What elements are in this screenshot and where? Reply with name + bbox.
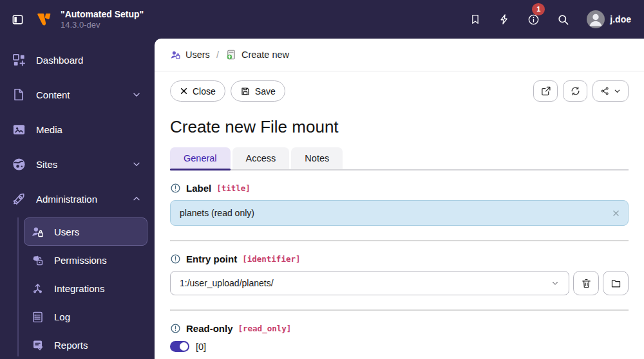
new-record-icon [225, 49, 237, 60]
field-key-text: [title] [216, 183, 251, 193]
users-module-icon [170, 50, 181, 60]
chevron-down-icon [131, 159, 142, 169]
share-dropdown-button[interactable] [592, 80, 629, 102]
field-label-text: Entry point [186, 253, 237, 264]
sidebar-item-label: Media [36, 124, 142, 135]
field-read-only: Read-only [read_only] [0] [170, 323, 629, 352]
field-label-text: Label [186, 183, 211, 194]
tab-general[interactable]: General [170, 147, 231, 169]
trash-icon [581, 278, 592, 289]
field-label: Label [title] planets (read only) [170, 183, 629, 226]
users-icon [31, 225, 45, 239]
read-only-toggle-value: [0] [196, 342, 206, 352]
save-icon [240, 86, 251, 97]
site-info: "Automated Setup" 14.3.0-dev [61, 9, 144, 30]
record-form: Create new File mount General Access Not… [155, 102, 644, 352]
sidebar-item-label: Administration [36, 194, 131, 205]
administration-submenu: Users Permissions Integrations [0, 216, 155, 359]
breadcrumb-current[interactable]: Create new [225, 49, 289, 60]
dashboard-icon [12, 53, 27, 68]
docheader: Close Save [155, 71, 644, 102]
tab-bar: General Access Notes [170, 147, 629, 170]
close-button[interactable]: Close [170, 80, 225, 102]
folder-icon [611, 278, 621, 289]
field-info-icon[interactable] [170, 183, 181, 194]
topbar-actions: 1 j.doe [469, 10, 631, 28]
sidebar-item-sites[interactable]: Sites [0, 147, 155, 181]
tab-notes[interactable]: Notes [291, 147, 343, 169]
lightning-icon[interactable] [498, 14, 510, 25]
label-input[interactable]: planets (read only) [170, 200, 629, 226]
sidebar-item-label: Sites [36, 159, 131, 170]
info-icon[interactable]: 1 [527, 14, 540, 26]
open-new-window-button[interactable] [533, 80, 558, 102]
globe-icon [12, 157, 27, 172]
content-area: Users / Create new [155, 39, 644, 359]
reload-icon [570, 86, 581, 97]
search-icon[interactable] [557, 14, 569, 26]
sidebar-item-media[interactable]: Media [0, 112, 155, 147]
external-link-icon [540, 86, 551, 97]
entry-point-select[interactable]: 1:/user_upload/planets/ [170, 271, 569, 295]
sidebar-item-administration[interactable]: Administration [0, 181, 155, 216]
sidebar-toggle-icon[interactable] [12, 14, 24, 26]
log-icon [31, 310, 45, 324]
breadcrumb: Users / Create new [170, 49, 289, 60]
label-input-value: planets (read only) [180, 208, 254, 218]
field-info-icon[interactable] [170, 323, 181, 334]
user-menu[interactable]: j.doe [587, 10, 631, 28]
close-button-label: Close [193, 86, 216, 97]
breadcrumb-users[interactable]: Users [170, 50, 210, 60]
rocket-icon [12, 192, 27, 207]
avatar [587, 10, 605, 28]
chevron-down-icon [131, 89, 142, 100]
breadcrumb-bar: Users / Create new [155, 39, 644, 71]
typo3-logo [35, 11, 53, 28]
field-divider [170, 240, 629, 241]
breadcrumb-module-label: Users [185, 50, 210, 60]
bookmark-icon[interactable] [469, 14, 481, 25]
field-head: Entry point [identifier] [170, 253, 629, 264]
sidebar-item-label: Permissions [54, 255, 107, 266]
sidebar-item-dashboard[interactable]: Dashboard [0, 42, 155, 77]
document-icon [12, 87, 27, 102]
tab-access[interactable]: Access [232, 147, 290, 169]
field-divider [170, 309, 629, 311]
permissions-icon [31, 253, 45, 267]
notification-badge[interactable]: 1 [532, 3, 545, 15]
app-window: "Automated Setup" 14.3.0-dev 1 [0, 0, 644, 359]
read-only-toggle[interactable] [170, 341, 189, 352]
field-key-text: [identifier] [242, 254, 300, 264]
delete-button[interactable] [573, 271, 599, 295]
field-label-text: Read-only [186, 323, 233, 334]
save-button-label: Save [255, 86, 276, 97]
sidebar-item-permissions[interactable]: Permissions [24, 246, 147, 274]
site-version: 14.3.0-dev [61, 20, 144, 30]
sidebar-item-label: Integrations [54, 283, 104, 294]
page-title: Create new File mount [170, 117, 629, 137]
field-info-icon[interactable] [170, 253, 181, 264]
reload-button[interactable] [563, 80, 587, 102]
reports-icon [31, 338, 45, 352]
sidebar-item-reports[interactable]: Reports [24, 331, 147, 359]
sidebar-item-users[interactable]: Users [24, 217, 147, 246]
topbar: "Automated Setup" 14.3.0-dev 1 [0, 0, 644, 39]
breadcrumb-current-label: Create new [242, 50, 289, 60]
clear-input-icon[interactable] [612, 209, 620, 217]
docheader-left-buttons: Close Save [170, 80, 285, 102]
media-icon [12, 122, 27, 137]
save-button[interactable]: Save [231, 80, 285, 102]
sidebar-item-log[interactable]: Log [24, 302, 147, 331]
folder-browse-button[interactable] [603, 271, 629, 295]
username: j.doe [610, 14, 631, 24]
field-entry-point: Entry point [identifier] 1:/user_upload/… [170, 253, 629, 295]
site-title: "Automated Setup" [61, 9, 144, 20]
sidebar-item-content[interactable]: Content [0, 77, 155, 112]
sidebar-item-integrations[interactable]: Integrations [24, 274, 147, 302]
field-head: Read-only [read_only] [170, 323, 629, 334]
close-icon [180, 87, 188, 95]
field-head: Label [title] [170, 183, 629, 194]
entry-point-row: 1:/user_upload/planets/ [170, 271, 629, 295]
breadcrumb-separator: / [216, 50, 219, 60]
sidebar-item-label: Log [54, 311, 70, 322]
